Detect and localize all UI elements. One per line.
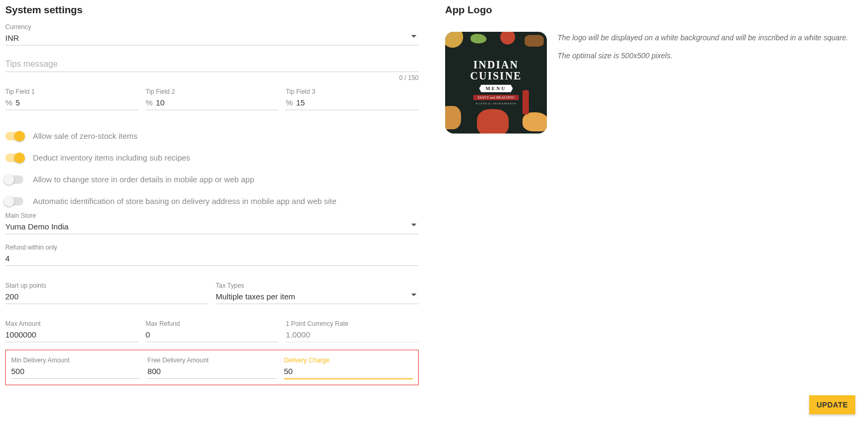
food-decoration-icon <box>522 112 547 131</box>
currency-label: Currency <box>5 23 419 31</box>
point-rate-label: 1 Point Currency Rate <box>286 320 419 327</box>
tip-field-3-input[interactable]: % <box>286 96 419 110</box>
free-delivery-label: Free Delivery Amount <box>147 357 276 364</box>
main-store-value: Yuma Demo India <box>5 220 419 234</box>
tip-field-2-value[interactable] <box>156 96 278 110</box>
delivery-charge-input[interactable] <box>284 365 413 379</box>
main-store-label: Main Store <box>5 212 419 219</box>
logo-sub: TASTY and HEALTHY! <box>473 95 519 100</box>
logo-line2: CUISINE <box>445 70 547 82</box>
max-amount-input[interactable] <box>5 328 138 342</box>
tips-message-counter: 0 / 150 <box>5 74 419 82</box>
logo-description-2: The optimal size is 500x500 pixels. <box>557 50 848 61</box>
logo-banner: MENU <box>479 85 513 92</box>
max-refund-input[interactable] <box>146 328 279 342</box>
logo-tiny: NATURAL INGREDIENTS <box>445 102 547 105</box>
delivery-settings-box: Min Delivery Amount Free Delivery Amount… <box>5 350 419 385</box>
refund-within-label: Refund within only <box>5 244 419 251</box>
point-rate-input <box>286 328 419 342</box>
logo-line1: INDIAN <box>445 59 547 70</box>
tax-types-value: Multiple taxes per item <box>216 290 419 304</box>
food-decoration-icon <box>477 109 509 134</box>
percent-prefix: % <box>286 98 293 107</box>
min-delivery-input[interactable] <box>11 365 140 379</box>
max-refund-label: Max Refund <box>146 320 279 327</box>
chevron-down-icon <box>411 294 417 296</box>
toggle-zero-stock[interactable] <box>5 132 23 140</box>
tax-types-label: Tax Types <box>216 282 419 289</box>
logo-description-1: The logo will be displayed on a white ba… <box>557 32 848 43</box>
main-store-select[interactable]: Yuma Demo India <box>5 220 419 234</box>
startup-points-label: Start up points <box>5 282 208 289</box>
toggle-auto-store-label: Automatic identification of store basing… <box>33 197 336 206</box>
update-button[interactable]: UPDATE <box>809 395 855 414</box>
food-decoration-icon <box>445 32 463 48</box>
toggle-change-store[interactable] <box>5 175 23 184</box>
currency-value: INR <box>5 32 419 46</box>
app-logo-image[interactable]: INDIAN CUISINE MENU TASTY and HEALTHY! N… <box>445 32 547 134</box>
food-decoration-icon <box>445 106 461 129</box>
food-decoration-icon <box>471 34 486 43</box>
tip-field-1-value[interactable] <box>15 96 138 110</box>
percent-prefix: % <box>5 98 12 107</box>
app-logo-title: App Logo <box>445 4 863 16</box>
currency-select[interactable]: INR <box>5 32 419 46</box>
free-delivery-input[interactable] <box>147 365 276 379</box>
max-amount-label: Max Amount <box>5 320 138 327</box>
startup-points-input[interactable] <box>5 290 208 304</box>
food-decoration-icon <box>500 32 515 45</box>
tip-field-2-label: Tip Field 2 <box>146 88 279 95</box>
tip-field-3-label: Tip Field 3 <box>286 88 419 95</box>
tips-message-input[interactable] <box>5 55 419 72</box>
tip-field-2-input[interactable]: % <box>146 96 279 110</box>
food-decoration-icon <box>525 35 544 47</box>
tip-field-1-label: Tip Field 1 <box>5 88 138 95</box>
min-delivery-label: Min Delivery Amount <box>11 357 140 364</box>
chevron-down-icon <box>411 224 417 226</box>
toggle-deduct-inventory-label: Deduct inventory items including sub rec… <box>33 153 190 162</box>
refund-within-input[interactable] <box>5 252 419 266</box>
toggle-deduct-inventory[interactable] <box>5 154 23 162</box>
toggle-zero-stock-label: Allow sale of zero-stock items <box>33 131 138 140</box>
chevron-down-icon <box>411 35 417 38</box>
tax-types-select[interactable]: Multiple taxes per item <box>216 290 419 304</box>
system-settings-title: System settings <box>5 4 419 16</box>
toggle-auto-store[interactable] <box>5 197 23 206</box>
tip-field-1-input[interactable]: % <box>5 96 138 110</box>
toggle-change-store-label: Allow to change store in order details i… <box>33 175 254 184</box>
tip-field-3-value[interactable] <box>296 96 419 110</box>
percent-prefix: % <box>146 98 153 107</box>
delivery-charge-label: Delivery Charge <box>284 357 413 364</box>
